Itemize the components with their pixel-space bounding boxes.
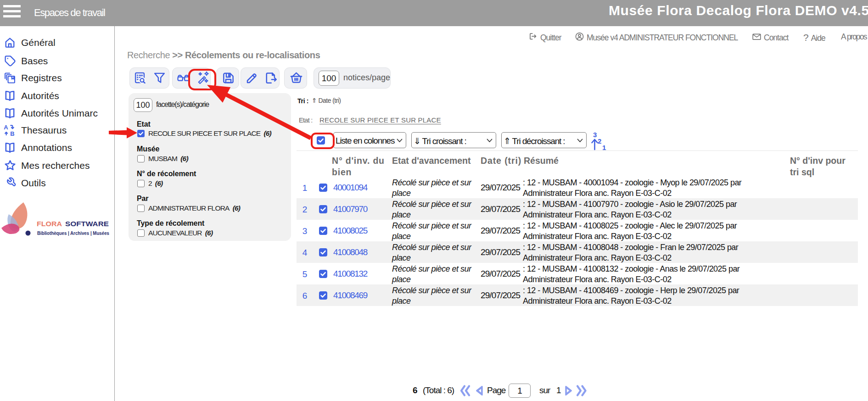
svg-text:Bibliothèques | Archives | Mus: Bibliothèques | Archives | Musées [37, 230, 109, 236]
svg-text:B: B [10, 130, 14, 136]
svg-text:A: A [4, 124, 8, 131]
svg-text:SOFTWARE: SOFTWARE [65, 220, 109, 228]
svg-text:2: 2 [598, 137, 601, 145]
svg-text:3: 3 [593, 131, 597, 139]
svg-text:FLORA: FLORA [37, 220, 62, 228]
